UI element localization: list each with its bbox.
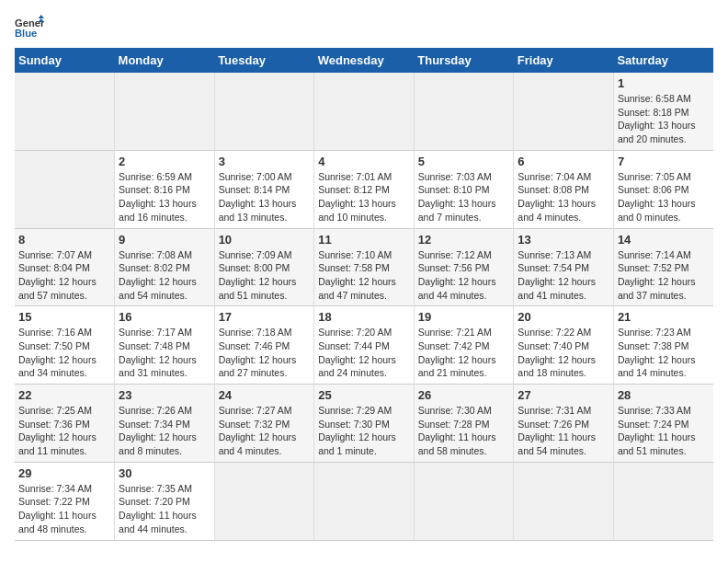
calendar-cell: 14 Sunrise: 7:14 AMSunset: 7:52 PMDaylig…: [613, 228, 713, 306]
day-number: 26: [418, 388, 510, 402]
calendar-cell: 4 Sunrise: 7:01 AMSunset: 8:12 PMDayligh…: [314, 150, 415, 228]
day-number: 11: [318, 233, 410, 247]
calendar-cell: [414, 73, 514, 150]
col-header-saturday: Saturday: [613, 48, 713, 73]
calendar-cell: 1 Sunrise: 6:58 AMSunset: 8:18 PMDayligh…: [613, 73, 713, 150]
calendar-cell: [514, 462, 614, 540]
day-number: 8: [18, 233, 110, 247]
day-number: 1: [618, 76, 710, 90]
calendar-cell: 22 Sunrise: 7:25 AMSunset: 7:36 PMDaylig…: [15, 385, 115, 463]
week-row-3: 15 Sunrise: 7:16 AMSunset: 7:50 PMDaylig…: [15, 306, 713, 385]
day-info: Sunrise: 7:14 AMSunset: 7:52 PMDaylight:…: [618, 248, 710, 303]
col-header-tuesday: Tuesday: [214, 48, 314, 73]
calendar-cell: 30 Sunrise: 7:35 AMSunset: 7:20 PMDaylig…: [115, 462, 215, 540]
day-number: 3: [219, 155, 311, 168]
week-row-5: 29 Sunrise: 7:34 AMSunset: 7:22 PMDaylig…: [15, 462, 713, 540]
col-header-monday: Monday: [115, 48, 215, 73]
day-info: Sunrise: 7:29 AMSunset: 7:30 PMDaylight:…: [318, 404, 410, 458]
day-info: Sunrise: 7:09 AMSunset: 8:00 PMDaylight:…: [219, 248, 311, 303]
day-info: Sunrise: 6:58 AMSunset: 8:18 PMDaylight:…: [618, 92, 710, 146]
day-info: Sunrise: 7:13 AMSunset: 7:54 PMDaylight:…: [518, 248, 609, 303]
day-number: 16: [119, 310, 210, 324]
header-row: SundayMondayTuesdayWednesdayThursdayFrid…: [15, 48, 713, 73]
day-number: 25: [318, 388, 410, 402]
col-header-friday: Friday: [514, 48, 614, 73]
page-header: General Blue: [15, 15, 713, 40]
day-number: 2: [119, 155, 210, 168]
week-row-1: 2 Sunrise: 6:59 AMSunset: 8:16 PMDayligh…: [15, 150, 713, 228]
day-number: 12: [418, 233, 510, 247]
day-number: 23: [119, 388, 210, 402]
calendar-cell: 26 Sunrise: 7:30 AMSunset: 7:28 PMDaylig…: [414, 385, 514, 463]
day-number: 24: [219, 388, 311, 402]
day-number: 10: [219, 233, 311, 247]
day-number: 13: [518, 233, 609, 247]
day-number: 15: [18, 310, 110, 324]
day-info: Sunrise: 6:59 AMSunset: 8:16 PMDaylight:…: [119, 170, 210, 224]
calendar-cell: [214, 73, 314, 150]
calendar-cell: 25 Sunrise: 7:29 AMSunset: 7:30 PMDaylig…: [314, 385, 415, 463]
calendar-cell: 20 Sunrise: 7:22 AMSunset: 7:40 PMDaylig…: [514, 306, 614, 385]
day-number: 14: [618, 233, 710, 247]
day-number: 6: [518, 155, 609, 168]
calendar-cell: 10 Sunrise: 7:09 AMSunset: 8:00 PMDaylig…: [214, 228, 314, 306]
calendar-table: SundayMondayTuesdayWednesdayThursdayFrid…: [15, 48, 713, 541]
calendar-cell: 27 Sunrise: 7:31 AMSunset: 7:26 PMDaylig…: [514, 385, 614, 463]
day-info: Sunrise: 7:22 AMSunset: 7:40 PMDaylight:…: [518, 326, 609, 380]
week-row-2: 8 Sunrise: 7:07 AMSunset: 8:04 PMDayligh…: [15, 228, 713, 306]
calendar-cell: 15 Sunrise: 7:16 AMSunset: 7:50 PMDaylig…: [15, 306, 115, 385]
day-number: 21: [618, 310, 710, 324]
calendar-cell: 9 Sunrise: 7:08 AMSunset: 8:02 PMDayligh…: [115, 228, 215, 306]
calendar-cell: 11 Sunrise: 7:10 AMSunset: 7:58 PMDaylig…: [314, 228, 415, 306]
calendar-cell: [314, 73, 415, 150]
day-number: 7: [618, 155, 710, 168]
col-header-sunday: Sunday: [15, 48, 115, 73]
calendar-cell: 3 Sunrise: 7:00 AMSunset: 8:14 PMDayligh…: [214, 150, 314, 228]
col-header-thursday: Thursday: [414, 48, 514, 73]
calendar-cell: 8 Sunrise: 7:07 AMSunset: 8:04 PMDayligh…: [15, 228, 115, 306]
col-header-wednesday: Wednesday: [314, 48, 415, 73]
day-info: Sunrise: 7:35 AMSunset: 7:20 PMDaylight:…: [119, 482, 210, 536]
day-info: Sunrise: 7:26 AMSunset: 7:34 PMDaylight:…: [119, 404, 210, 458]
calendar-cell: 17 Sunrise: 7:18 AMSunset: 7:46 PMDaylig…: [214, 306, 314, 385]
day-number: 9: [119, 233, 210, 247]
day-info: Sunrise: 7:05 AMSunset: 8:06 PMDaylight:…: [618, 170, 710, 224]
calendar-cell: 23 Sunrise: 7:26 AMSunset: 7:34 PMDaylig…: [115, 385, 215, 463]
calendar-cell: 13 Sunrise: 7:13 AMSunset: 7:54 PMDaylig…: [514, 228, 614, 306]
day-info: Sunrise: 7:27 AMSunset: 7:32 PMDaylight:…: [219, 404, 311, 458]
day-info: Sunrise: 7:17 AMSunset: 7:48 PMDaylight:…: [119, 326, 210, 380]
calendar-cell: [514, 73, 614, 150]
calendar-cell: [115, 73, 215, 150]
day-info: Sunrise: 7:16 AMSunset: 7:50 PMDaylight:…: [18, 326, 110, 380]
calendar-cell: 2 Sunrise: 6:59 AMSunset: 8:16 PMDayligh…: [115, 150, 215, 228]
day-info: Sunrise: 7:03 AMSunset: 8:10 PMDaylight:…: [418, 170, 510, 224]
day-number: 4: [318, 155, 410, 168]
calendar-cell: [414, 462, 514, 540]
calendar-cell: 24 Sunrise: 7:27 AMSunset: 7:32 PMDaylig…: [214, 385, 314, 463]
day-number: 17: [219, 310, 311, 324]
calendar-cell: 28 Sunrise: 7:33 AMSunset: 7:24 PMDaylig…: [613, 385, 713, 463]
day-number: 22: [18, 388, 110, 402]
logo-icon: General Blue: [15, 15, 44, 40]
day-number: 20: [518, 310, 609, 324]
calendar-cell: [613, 462, 713, 540]
day-info: Sunrise: 7:31 AMSunset: 7:26 PMDaylight:…: [518, 404, 609, 458]
day-info: Sunrise: 7:12 AMSunset: 7:56 PMDaylight:…: [418, 248, 510, 303]
day-info: Sunrise: 7:01 AMSunset: 8:12 PMDaylight:…: [318, 170, 410, 224]
day-info: Sunrise: 7:00 AMSunset: 8:14 PMDaylight:…: [219, 170, 311, 224]
calendar-cell: 6 Sunrise: 7:04 AMSunset: 8:08 PMDayligh…: [514, 150, 614, 228]
calendar-cell: 12 Sunrise: 7:12 AMSunset: 7:56 PMDaylig…: [414, 228, 514, 306]
day-info: Sunrise: 7:25 AMSunset: 7:36 PMDaylight:…: [18, 404, 110, 458]
day-number: 19: [418, 310, 510, 324]
day-info: Sunrise: 7:21 AMSunset: 7:42 PMDaylight:…: [418, 326, 510, 380]
day-info: Sunrise: 7:07 AMSunset: 8:04 PMDaylight:…: [18, 248, 110, 303]
day-number: 27: [518, 388, 609, 402]
day-info: Sunrise: 7:23 AMSunset: 7:38 PMDaylight:…: [618, 326, 710, 380]
day-info: Sunrise: 7:30 AMSunset: 7:28 PMDaylight:…: [418, 404, 510, 458]
svg-text:General: General: [15, 17, 44, 29]
day-info: Sunrise: 7:08 AMSunset: 8:02 PMDaylight:…: [119, 248, 210, 303]
calendar-cell: [314, 462, 415, 540]
svg-marker-2: [39, 15, 44, 18]
week-row-4: 22 Sunrise: 7:25 AMSunset: 7:36 PMDaylig…: [15, 385, 713, 463]
day-info: Sunrise: 7:33 AMSunset: 7:24 PMDaylight:…: [618, 404, 710, 458]
